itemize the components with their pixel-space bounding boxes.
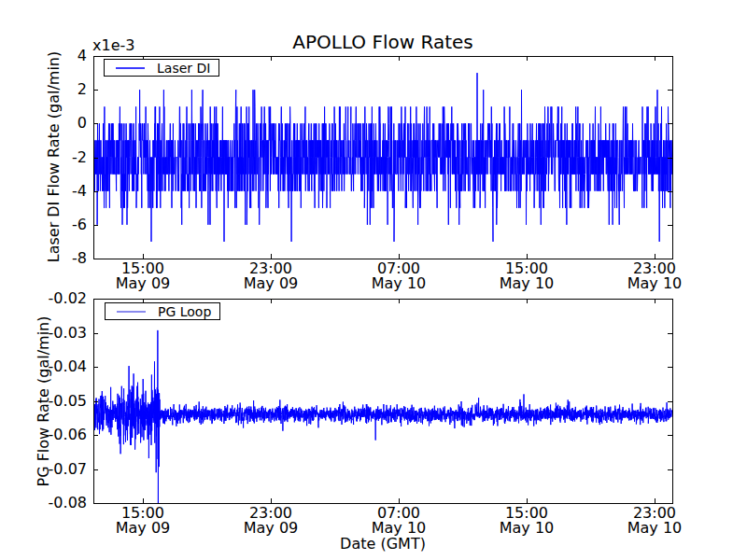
y-tick-label: -0.02 <box>3 291 87 306</box>
y-axis-offset-text: x1e-3 <box>92 36 134 54</box>
y-axis-label-pg-loop: PG Flow Rate (gal/min) <box>35 316 52 487</box>
y-tick-label: -0.08 <box>3 496 87 511</box>
chart-title: APOLLO Flow Rates <box>292 31 472 53</box>
x-tick-label: 07:00May 10 <box>372 506 427 536</box>
x-tick-label: 15:00May 09 <box>116 261 171 291</box>
series-line-Laser DI <box>93 73 672 242</box>
x-tick-label: 15:00May 10 <box>500 261 555 291</box>
legend-label-laser-di: Laser DI <box>157 62 210 75</box>
x-tick-label: 23:00May 09 <box>244 506 299 536</box>
legend-line-sample-laser-di <box>116 67 145 69</box>
x-tick-label: 23:00May 09 <box>244 261 299 291</box>
x-tick-label: 23:00May 10 <box>627 261 683 291</box>
legend-label-pg-loop: PG Loop <box>158 305 211 318</box>
legend-line-sample-pg-loop <box>117 311 146 313</box>
y-axis-label-laser-di: Laser DI Flow Rate (gal/min) <box>45 51 63 263</box>
series-line-PG Loop <box>93 330 672 509</box>
x-tick-label: 07:00May 10 <box>372 261 427 291</box>
x-axis-label: Date (GMT) <box>340 535 426 553</box>
x-tick-label: 23:00May 10 <box>627 506 683 536</box>
x-tick-label: 15:00May 09 <box>116 506 171 536</box>
legend-laser-di: Laser DI <box>104 59 219 77</box>
x-tick-label: 15:00May 10 <box>500 506 555 536</box>
matplotlib-figure: 15:00May 0923:00May 0907:00May 1015:00Ma… <box>0 0 747 560</box>
legend-pg-loop: PG Loop <box>105 302 220 320</box>
